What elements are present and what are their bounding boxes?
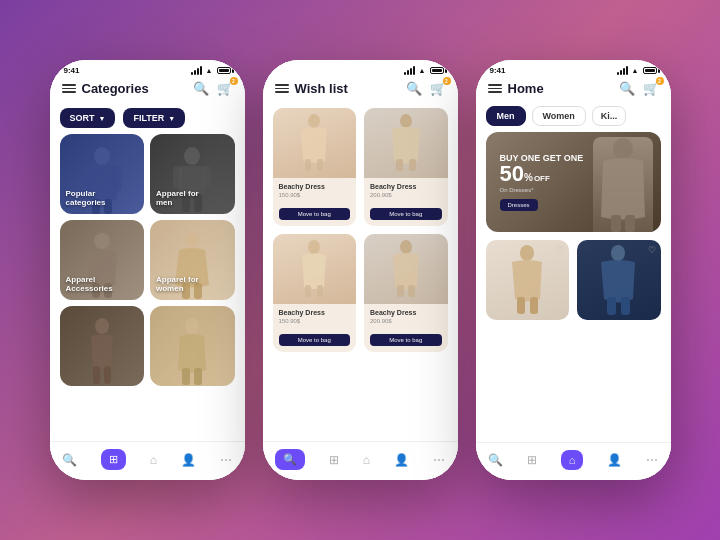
- move-to-bag-4[interactable]: Move to bag: [370, 334, 442, 346]
- wish-card-4[interactable]: Beachy Dress 200.90$ Move to bag: [364, 234, 448, 352]
- svg-point-36: [613, 138, 633, 160]
- nav-grid-1[interactable]: ⊞: [97, 447, 130, 472]
- header-left-3: Home: [488, 81, 544, 96]
- sort-arrow-icon: ▼: [99, 115, 106, 122]
- nav-search-2[interactable]: 🔍: [271, 447, 309, 472]
- nav-home-2[interactable]: ⌂: [359, 451, 374, 469]
- wish-img-2: [364, 108, 448, 178]
- promo-text: BUY ONE GET ONE 50 % OFF On Dresses* Dre…: [500, 153, 584, 212]
- svg-rect-9: [202, 166, 211, 188]
- svg-rect-29: [409, 159, 416, 171]
- cart-icon-1[interactable]: 🛒2: [217, 81, 233, 96]
- menu-button-1[interactable]: [62, 84, 76, 93]
- header-icons-3: 🔍 🛒2: [619, 81, 659, 96]
- menu-button-2[interactable]: [275, 84, 289, 93]
- move-to-bag-3[interactable]: Move to bag: [279, 334, 351, 346]
- more-nav-icon: ⋯: [220, 453, 232, 467]
- nav-user-3[interactable]: 👤: [603, 451, 626, 469]
- user-nav-icon-3: 👤: [607, 453, 622, 467]
- wish-name-4: Beachy Dress: [370, 309, 442, 316]
- filter-button[interactable]: FILTER ▼: [123, 108, 185, 128]
- category-card-5[interactable]: [60, 306, 145, 386]
- nav-more-3[interactable]: ⋯: [642, 451, 662, 469]
- home-product-1[interactable]: ♡: [486, 240, 570, 320]
- wish-price-1: 150.90$: [279, 192, 351, 198]
- nav-more-2[interactable]: ⋯: [429, 451, 449, 469]
- user-nav-icon-2: 👤: [394, 453, 409, 467]
- cat-label-women: Apparel forwomen: [156, 275, 199, 294]
- header-left-1: Categories: [62, 81, 149, 96]
- nav-search-3[interactable]: 🔍: [484, 451, 507, 469]
- cat-label-men: Apparel formen: [156, 189, 199, 208]
- bottom-nav-2: 🔍 ⊞ ⌂ 👤 ⋯: [263, 441, 458, 480]
- svg-rect-3: [112, 166, 122, 191]
- svg-point-0: [94, 147, 110, 165]
- nav-user-2[interactable]: 👤: [390, 451, 413, 469]
- wish-card-2[interactable]: Beachy Dress 200.90$ Move to bag: [364, 108, 448, 226]
- heart-icon-1[interactable]: ♡: [556, 245, 564, 255]
- category-card-popular[interactable]: Popularcategories: [60, 134, 145, 214]
- nav-search-1[interactable]: 🔍: [58, 451, 81, 469]
- promo-off-label: %: [524, 172, 533, 183]
- wish-name-3: Beachy Dress: [279, 309, 351, 316]
- battery-icon: [217, 67, 231, 74]
- status-bar-3: 9:41 ▲: [476, 60, 671, 77]
- status-icons-1: ▲: [191, 66, 231, 75]
- category-card-men[interactable]: Apparel formen: [150, 134, 235, 214]
- signal-icon-2: [404, 66, 415, 75]
- svg-rect-43: [607, 297, 616, 315]
- nav-grid-2[interactable]: ⊞: [325, 451, 343, 469]
- svg-point-42: [611, 245, 625, 261]
- wish-card-3[interactable]: Beachy Dress 150.90$ Move to bag: [273, 234, 357, 352]
- search-icon-2[interactable]: 🔍: [406, 81, 422, 96]
- svg-point-30: [308, 240, 320, 254]
- search-nav-icon-2: 🔍: [275, 449, 305, 470]
- home-product-2[interactable]: ♡: [577, 240, 661, 320]
- nav-home-3[interactable]: ⌂: [557, 448, 588, 472]
- battery-icon-2: [430, 67, 444, 74]
- menu-button-3[interactable]: [488, 84, 502, 93]
- category-card-6[interactable]: [150, 306, 235, 386]
- wish-info-2: Beachy Dress 200.90$ Move to bag: [364, 178, 448, 226]
- move-to-bag-2[interactable]: Move to bag: [370, 208, 442, 220]
- wish-card-1[interactable]: Beachy Dress 150.90$ Move to bag: [273, 108, 357, 226]
- move-to-bag-1[interactable]: Move to bag: [279, 208, 351, 220]
- svg-point-21: [185, 318, 199, 334]
- nav-user-1[interactable]: 👤: [177, 451, 200, 469]
- bottom-nav-3: 🔍 ⊞ ⌂ 👤 ⋯: [476, 442, 671, 480]
- svg-rect-19: [93, 366, 100, 384]
- svg-rect-2: [82, 166, 92, 191]
- search-icon-3[interactable]: 🔍: [619, 81, 635, 96]
- tab-kids[interactable]: Ki...: [592, 106, 627, 126]
- cart-icon-3[interactable]: 🛒2: [643, 81, 659, 96]
- grid-nav-icon-2: ⊞: [329, 453, 339, 467]
- wish-price-2: 200.90$: [370, 192, 442, 198]
- nav-grid-3[interactable]: ⊞: [523, 451, 541, 469]
- grid-nav-icon: ⊞: [101, 449, 126, 470]
- cart-icon-2[interactable]: 🛒2: [430, 81, 446, 96]
- search-icon-1[interactable]: 🔍: [193, 81, 209, 96]
- tab-women[interactable]: Women: [532, 106, 586, 126]
- nav-home-1[interactable]: ⌂: [146, 451, 161, 469]
- sort-button[interactable]: SORT ▼: [60, 108, 116, 128]
- category-card-accessories[interactable]: ApparelAccessories: [60, 220, 145, 300]
- svg-point-33: [400, 240, 412, 254]
- bottom-nav-1: 🔍 ⊞ ⌂ 👤 ⋯: [50, 441, 245, 480]
- header-left-2: Wish list: [275, 81, 348, 96]
- svg-rect-25: [305, 159, 311, 171]
- promo-button[interactable]: Dresses: [500, 199, 538, 211]
- promo-percent: 50: [500, 163, 524, 185]
- category-card-women[interactable]: Apparel forwomen: [150, 220, 235, 300]
- tab-men[interactable]: Men: [486, 106, 526, 126]
- wish-img-3: [273, 234, 357, 304]
- signal-icon: [191, 66, 202, 75]
- wish-info-1: Beachy Dress 150.90$ Move to bag: [273, 178, 357, 226]
- wifi-icon-3: ▲: [632, 67, 639, 74]
- page-title-3: Home: [508, 81, 544, 96]
- home-nav-icon-3: ⌂: [561, 450, 584, 470]
- svg-rect-22: [182, 368, 190, 385]
- svg-rect-23: [194, 368, 202, 385]
- nav-more-1[interactable]: ⋯: [216, 451, 236, 469]
- status-time-3: 9:41: [490, 66, 506, 75]
- heart-icon-2[interactable]: ♡: [648, 245, 656, 255]
